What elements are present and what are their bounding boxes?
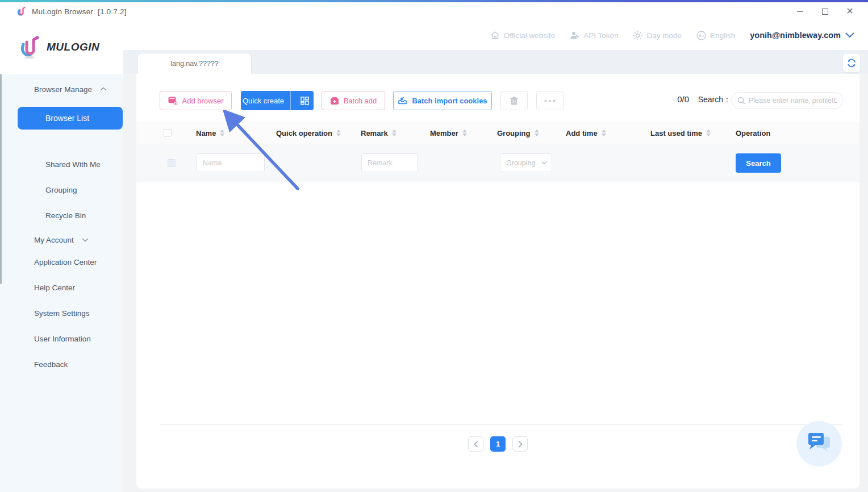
minimize-button[interactable] xyxy=(787,3,812,19)
sidebar-item-browser-list[interactable]: Browser List xyxy=(18,107,123,130)
account-email: yonih@nimbleway.com xyxy=(750,31,841,40)
sidebar-item-recycle-bin[interactable]: Recycle Bin xyxy=(0,207,123,224)
select-all-checkbox[interactable] xyxy=(164,129,172,137)
filter-remark-input[interactable] xyxy=(361,153,418,172)
column-header-remark[interactable]: Remark xyxy=(361,122,397,144)
day-mode-toggle[interactable]: Day mode xyxy=(633,31,682,40)
official-website-link[interactable]: Official website xyxy=(490,31,556,40)
column-header-quick-operation[interactable]: Quick operation xyxy=(276,122,341,144)
search-icon xyxy=(737,97,745,105)
sidebar-item-label: User Information xyxy=(34,335,91,343)
sidebar-item-feedback[interactable]: Feedback xyxy=(0,356,123,373)
sidebar-item-label: Recycle Bin xyxy=(45,211,86,220)
filter-grouping-select[interactable]: Grouping xyxy=(500,153,552,172)
add-browser-button[interactable]: Add browser xyxy=(160,91,232,110)
sidebar-item-my-account[interactable]: My Account xyxy=(0,231,123,248)
sort-icon[interactable] xyxy=(336,130,341,136)
batch-add-label: Batch add xyxy=(344,97,377,105)
sidebar-item-system-settings[interactable]: System Settings xyxy=(0,305,123,322)
filter-search-button[interactable]: Search xyxy=(736,153,781,173)
brand-logo-icon xyxy=(17,35,42,60)
sidebar-item-label: Browser List xyxy=(45,114,89,123)
prev-page-button[interactable] xyxy=(468,436,483,452)
support-chat-button[interactable] xyxy=(796,421,842,466)
sun-icon xyxy=(633,31,642,40)
sort-icon[interactable] xyxy=(602,130,606,136)
mulogin-app-window: MuLogin Browser [1.0.7.2] ✕ xyxy=(0,0,868,492)
titlebar: MuLogin Browser [1.0.7.2] ✕ xyxy=(0,2,868,20)
split-divider xyxy=(290,91,291,110)
column-label: Member xyxy=(430,129,458,137)
minimize-icon xyxy=(797,11,803,12)
column-header-member[interactable]: Member xyxy=(430,122,467,144)
batch-import-cookies-label: Batch import cookies xyxy=(412,97,487,105)
sidebar-item-grouping[interactable]: Grouping xyxy=(0,181,123,198)
sidebar-item-user-information[interactable]: User Information xyxy=(0,330,123,347)
api-token-link[interactable]: API Token xyxy=(570,31,618,40)
language-label: English xyxy=(710,31,735,40)
sort-icon[interactable] xyxy=(220,130,224,136)
window-title: MuLogin Browser [1.0.7.2] xyxy=(32,7,127,16)
sidebar-item-label: System Settings xyxy=(34,309,90,318)
column-label: Grouping xyxy=(497,129,531,137)
sort-icon[interactable] xyxy=(706,130,711,136)
grid-template-icon[interactable] xyxy=(295,97,314,105)
tab-strip: lang.nav.????? xyxy=(123,50,868,74)
chat-bubbles-icon xyxy=(806,431,832,456)
column-label: Name xyxy=(196,129,216,137)
chevron-down-icon xyxy=(82,237,89,242)
top-header: Official website API Token Day mode En E… xyxy=(123,20,868,50)
sidebar-item-label: Application Center xyxy=(34,258,97,266)
table-bottom-divider xyxy=(160,424,843,425)
add-browser-icon xyxy=(168,97,178,105)
close-button[interactable]: ✕ xyxy=(837,3,862,19)
quick-create-label[interactable]: Quick create xyxy=(241,97,286,105)
window-controls: ✕ xyxy=(787,3,862,19)
column-header-name[interactable]: Name xyxy=(196,122,224,144)
page-number-1[interactable]: 1 xyxy=(490,436,506,452)
next-page-button[interactable] xyxy=(512,436,528,452)
column-header-last-used-time[interactable]: Last used time xyxy=(650,122,711,144)
refresh-button[interactable] xyxy=(843,54,860,72)
brand-name: MULOGIN xyxy=(47,41,99,53)
filter-name-input[interactable] xyxy=(197,153,265,172)
sort-icon[interactable] xyxy=(462,130,467,136)
quick-create-split-button[interactable]: Quick create xyxy=(241,91,314,110)
maximize-button[interactable] xyxy=(812,3,837,19)
pagination: 1 xyxy=(136,436,859,452)
language-switcher[interactable]: En English xyxy=(696,31,735,40)
tab-label: lang.nav.????? xyxy=(170,60,219,68)
sidebar-item-shared-with-me[interactable]: Shared With Me xyxy=(0,156,123,173)
batch-import-cookies-button[interactable]: Batch import cookies xyxy=(393,91,492,110)
sidebar-item-label: Browser Manage xyxy=(34,85,92,94)
language-globe-icon: En xyxy=(696,31,706,40)
chevron-right-icon xyxy=(518,441,523,448)
batch-add-button[interactable]: Batch add xyxy=(322,91,385,110)
tab-browser-list[interactable]: lang.nav.????? xyxy=(137,53,252,74)
account-menu[interactable]: yonih@nimbleway.com xyxy=(750,31,854,40)
batch-add-icon xyxy=(330,97,339,105)
main-area: Official website API Token Day mode En E… xyxy=(123,20,868,492)
toolbar-search-box[interactable] xyxy=(731,92,843,109)
sidebar-item-label: Feedback xyxy=(34,360,68,369)
table-filter-row: Grouping Search xyxy=(136,144,859,182)
search-input[interactable] xyxy=(749,97,837,105)
sidebar-scrollbar[interactable] xyxy=(0,74,2,284)
select-all-cell xyxy=(164,122,172,144)
import-icon xyxy=(398,96,407,105)
app-logo-icon xyxy=(16,6,26,16)
column-header-grouping[interactable]: Grouping xyxy=(497,122,539,144)
delete-button[interactable] xyxy=(500,91,528,110)
sidebar-item-application-center[interactable]: Application Center xyxy=(0,253,123,270)
column-header-add-time[interactable]: Add time xyxy=(566,122,606,144)
sidebar-item-label: My Account xyxy=(34,236,74,244)
chevron-down-icon xyxy=(845,32,854,38)
filter-row-checkbox[interactable] xyxy=(168,159,176,167)
sidebar-item-help-center[interactable]: Help Center xyxy=(0,279,123,296)
chevron-left-icon xyxy=(474,441,478,448)
sidebar-item-browser-manage[interactable]: Browser Manage xyxy=(0,81,123,98)
sort-icon[interactable] xyxy=(535,130,539,136)
column-label: Operation xyxy=(736,129,770,137)
more-actions-button[interactable] xyxy=(536,91,564,110)
sort-icon[interactable] xyxy=(392,130,397,136)
